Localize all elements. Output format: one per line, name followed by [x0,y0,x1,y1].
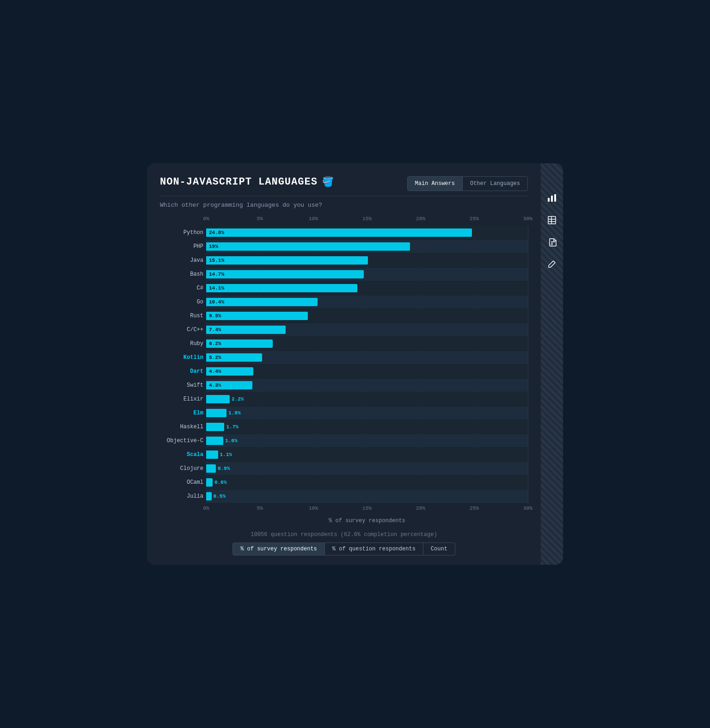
bar-value-haskell: 1.7% [226,424,238,430]
bar-value-bash: 14.7% [206,271,224,277]
bar-label-kotlin: Kotlin [158,354,203,361]
bar-row: C/C++7.4% [206,323,528,336]
subtitle: Which other programming languages do you… [160,202,528,209]
sidebar [541,163,563,565]
bar-label-go: Go [158,299,203,305]
bar-fill-ocaml [206,478,213,487]
x-tick-top-6: 30% [523,216,532,222]
title-icon: 🪣 [322,176,334,188]
table-icon[interactable] [545,213,559,227]
bar-value-dart: 4.4% [206,369,221,374]
bar-value-elm: 1.9% [228,410,240,416]
bar-row: Objective-C1.6% [206,434,528,447]
bar-value-kotlin: 5.2% [206,355,221,360]
bar-row: Dart4.4% [206,365,528,378]
bar-chart-icon[interactable] [545,191,559,205]
bar-fill-swift: 4.3% [206,381,252,389]
bar-row: Rust9.5% [206,309,528,322]
edit-icon[interactable] [545,258,559,271]
bar-fill-kotlin: 5.2% [206,353,262,362]
x-axis-label: % of survey respondents [206,518,528,524]
bar-fill-elm [206,409,226,417]
bar-value-go: 10.4% [206,299,224,305]
bar-row: Python24.8% [206,226,528,239]
x-tick-bottom-1: 5% [257,506,263,511]
x-tick-top-4: 20% [416,216,425,222]
filter-survey-pct[interactable]: % of survey respondents [233,543,325,555]
bar-value-scala: 1.1% [220,452,232,457]
bar-label-c-c--: C/C++ [158,327,203,333]
filter-count[interactable]: Count [423,543,455,555]
bar-value-elixir: 2.2% [232,396,244,402]
x-tick-bottom-5: 25% [470,506,479,511]
bar-fill-python: 24.8% [206,228,472,237]
bar-fill-c-: 14.1% [206,284,357,292]
page-title: NON-JAVASCRIPT LANGUAGES 🪣 [160,176,334,188]
bar-label-julia: Julia [158,493,203,500]
svg-rect-1 [551,196,553,202]
chart-area: 0%5%10%15%20%25%30% Python24.8%PHP19%Jav… [160,216,528,524]
x-axis-top: 0%5%10%15%20%25%30% [206,216,528,224]
bar-label-dart: Dart [158,368,203,375]
bar-label-clojure: Clojure [158,465,203,472]
bar-value-ruby: 6.2% [206,341,221,346]
bar-row: Julia0.5% [206,490,528,503]
bar-label-haskell: Haskell [158,424,203,430]
bar-label-scala: Scala [158,451,203,458]
bar-value-python: 24.8% [206,230,224,235]
bar-fill-haskell [206,423,224,431]
bar-label-ruby: Ruby [158,340,203,347]
x-tick-bottom-2: 10% [309,506,318,511]
bar-fill-objective-c [206,437,223,445]
bar-value-swift: 4.3% [206,383,221,388]
bar-row: Bash14.7% [206,268,528,281]
bar-label-php: PHP [158,243,203,250]
bar-row: Kotlin5.2% [206,351,528,364]
bar-value-ocaml: 0.6% [214,480,226,485]
bar-fill-go: 10.4% [206,298,318,306]
main-card: NON-JAVASCRIPT LANGUAGES 🪣 Main Answers … [147,163,563,565]
bar-row: Elixir2.2% [206,393,528,406]
bar-fill-ruby: 6.2% [206,339,273,348]
tab-group: Main Answers Other Languages [407,176,528,191]
bar-value-java: 15.1% [206,258,224,263]
bar-row: Java15.1% [206,254,528,267]
bar-fill-julia [206,492,212,500]
bar-fill-c-c--: 7.4% [206,326,286,334]
bar-label-java: Java [158,257,203,264]
bar-label-bash: Bash [158,271,203,278]
bar-label-elixir: Elixir [158,396,203,402]
bar-fill-bash: 14.7% [206,270,364,278]
export-icon[interactable] [545,235,559,249]
filter-buttons: % of survey respondents % of question re… [160,543,528,555]
bar-row: Scala1.1% [206,448,528,461]
bar-value-php: 19% [206,244,218,249]
footer: 10056 question respondents (62.6% comple… [160,531,528,555]
bar-value-c-: 14.1% [206,285,224,291]
svg-rect-3 [548,216,556,224]
bar-value-rust: 9.5% [206,313,221,319]
x-tick-bottom-6: 30% [523,506,532,511]
x-tick-bottom-3: 15% [362,506,372,511]
x-tick-top-5: 25% [470,216,479,222]
bar-row: C#14.1% [206,282,528,295]
header: NON-JAVASCRIPT LANGUAGES 🪣 Main Answers … [160,176,528,191]
bar-label-objective-c: Objective-C [158,438,203,444]
bars-wrapper: Python24.8%PHP19%Java15.1%Bash14.7%C#14.… [206,226,528,503]
bar-row: Clojure0.9% [206,462,528,475]
tab-other-languages[interactable]: Other Languages [463,177,527,191]
bar-row: Go10.4% [206,296,528,308]
bar-label-ocaml: OCaml [158,479,203,486]
svg-rect-2 [554,194,556,202]
bar-value-clojure: 0.9% [218,466,230,471]
x-axis-bottom: 0%5%10%15%20%25%30% [206,506,528,515]
divider [160,196,528,196]
filter-question-pct[interactable]: % of question respondents [325,543,423,555]
bar-fill-rust: 9.5% [206,312,308,320]
x-tick-bottom-4: 20% [416,506,425,511]
svg-rect-0 [548,198,550,202]
bar-row: Ruby6.2% [206,337,528,350]
bar-fill-scala [206,450,218,459]
tab-main-answers[interactable]: Main Answers [408,177,463,191]
bar-fill-java: 15.1% [206,256,368,265]
